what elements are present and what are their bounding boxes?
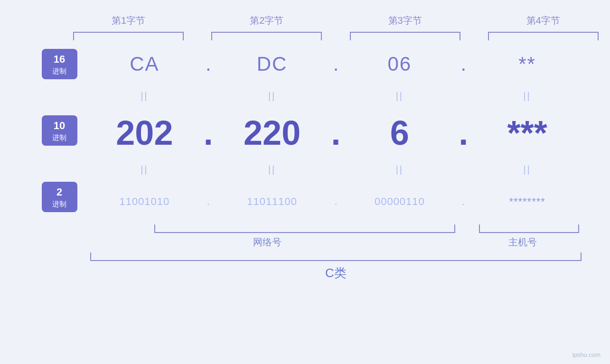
hex-label-row: 16 进制 bbox=[28, 45, 90, 83]
hex-dot-1: . bbox=[199, 53, 218, 75]
bracket-top-1 bbox=[73, 32, 184, 40]
bracket-cell-4 bbox=[474, 32, 610, 40]
bin-dot-1: . bbox=[199, 196, 218, 208]
bracket-cell-3 bbox=[336, 32, 474, 40]
hex-b3: 06 bbox=[346, 53, 454, 75]
dec-dot-2: . bbox=[327, 113, 346, 152]
bracket-top-2 bbox=[211, 32, 322, 40]
dec-dot-1: . bbox=[199, 113, 218, 152]
net-host-labels: 网络号主机号 bbox=[90, 236, 582, 249]
label-column: 16 进制 10 进制 2 进制 bbox=[28, 45, 90, 281]
class-bracket-row bbox=[90, 252, 582, 261]
eq-cell-6: || bbox=[218, 164, 327, 175]
dec-b3: 6 bbox=[346, 113, 454, 152]
bin-badge: 2 进制 bbox=[42, 182, 77, 212]
main-content: 16 进制 10 进制 2 进制 bbox=[28, 45, 582, 281]
hex-data-row: CA . DC . 06 . ** bbox=[90, 45, 582, 83]
hex-b1: CA bbox=[90, 53, 199, 75]
column-headers: 第1字节 第2字节 第3字节 第4字节 bbox=[59, 14, 610, 27]
dec-b4: *** bbox=[473, 113, 582, 152]
class-label: C类 bbox=[325, 266, 347, 280]
eq-cell-1: || bbox=[90, 91, 199, 102]
hex-dot-2: . bbox=[327, 53, 346, 75]
main-container: 第1字节 第2字节 第3字节 第4字节 16 进制 bbox=[0, 0, 610, 364]
col-header-1: 第1字节 bbox=[59, 14, 197, 27]
eq-cell-3: || bbox=[346, 91, 454, 102]
bracket-top-4 bbox=[488, 32, 599, 40]
dec-dot-3: . bbox=[454, 113, 473, 152]
bin-dot-3: . bbox=[454, 196, 473, 208]
bin-b2: 11011100 bbox=[218, 196, 327, 208]
dec-b1: 202 bbox=[90, 113, 199, 152]
eq-cell-7: || bbox=[346, 164, 454, 175]
hex-dot-3: . bbox=[454, 53, 473, 75]
dec-b2: 220 bbox=[218, 113, 327, 152]
col-header-4: 第4字节 bbox=[474, 14, 610, 27]
eq-cell-2: || bbox=[218, 91, 327, 102]
top-brackets bbox=[59, 32, 610, 40]
hex-dec-eq-row: || || || || bbox=[90, 83, 582, 109]
hex-badge: 16 进制 bbox=[42, 49, 77, 79]
bottom-brackets-row bbox=[152, 224, 582, 233]
bracket-cell-2 bbox=[197, 32, 336, 40]
bottom-section: 网络号主机号 C类 bbox=[90, 224, 582, 281]
class-label-row: C类 bbox=[90, 265, 582, 281]
bracket-top-3 bbox=[350, 32, 460, 40]
hex-dec-eq-label bbox=[28, 83, 90, 112]
col-header-3: 第3字节 bbox=[336, 14, 474, 27]
eq-cell-5: || bbox=[90, 164, 199, 175]
bin-data-row: 11001010 . 11011100 . 00000110 . bbox=[90, 183, 582, 221]
hex-b2: DC bbox=[218, 53, 327, 75]
bin-b4: ******** bbox=[473, 196, 582, 208]
bracket-cell-1 bbox=[59, 32, 197, 40]
dec-badge: 10 进制 bbox=[42, 115, 77, 146]
eq-cell-8: || bbox=[473, 164, 582, 175]
bin-b3: 00000110 bbox=[346, 196, 454, 208]
dec-data-row: 202 . 220 . 6 . *** bbox=[90, 109, 582, 157]
bin-label-row: 2 进制 bbox=[28, 178, 90, 216]
dec-bin-eq-row: || || || || bbox=[90, 157, 582, 183]
col-header-2: 第2字节 bbox=[197, 14, 336, 27]
class-bracket bbox=[90, 252, 582, 261]
hex-b4: ** bbox=[473, 53, 582, 75]
dec-bin-eq-label bbox=[28, 149, 90, 178]
data-columns: CA . DC . 06 . ** bbox=[90, 45, 582, 281]
eq-cell-4: || bbox=[473, 91, 582, 102]
bin-dot-2: . bbox=[327, 196, 346, 208]
watermark: ipshu.com bbox=[572, 351, 601, 358]
dec-label-row: 10 进制 bbox=[28, 112, 90, 149]
bin-b1: 11001010 bbox=[90, 196, 199, 208]
